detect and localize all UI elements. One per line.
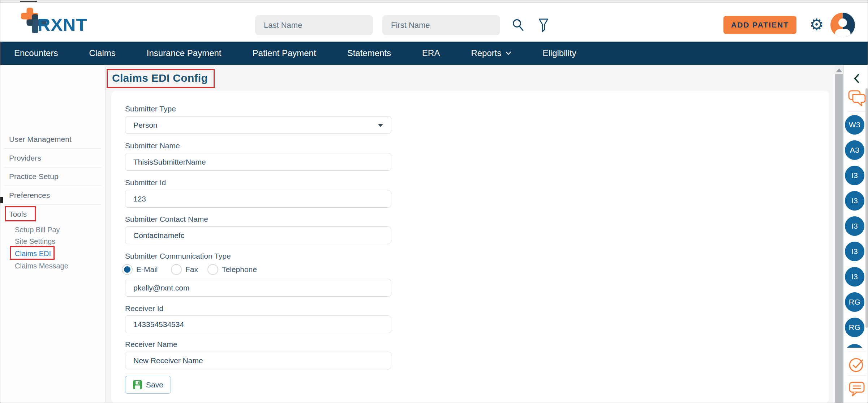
submitter-type-label: Submitter Type — [125, 105, 176, 113]
radio-email[interactable]: E-Mail — [122, 264, 158, 275]
divider — [848, 376, 867, 376]
last-name-search-input[interactable] — [255, 15, 373, 35]
sidebar-item-claims-message[interactable]: Claims Message — [15, 262, 68, 270]
main-nav: Encounters Claims Insurance Payment Pati… — [0, 42, 868, 65]
save-button-label: Save — [146, 381, 163, 389]
chevron-down-icon — [506, 51, 511, 55]
radio-fax[interactable]: Fax — [171, 264, 198, 275]
submitter-name-label: Submitter Name — [125, 141, 180, 150]
radio-fax-circle — [171, 264, 182, 275]
main-scrollbar[interactable] — [835, 65, 843, 403]
rxnt-app-window: RXNT ADD PATIENT ⚙ Encounters Claims Ins… — [0, 0, 868, 403]
scrollbar-up-arrow-icon[interactable] — [836, 68, 842, 72]
nav-insurance-payment[interactable]: Insurance Payment — [147, 48, 222, 58]
rail-badge[interactable]: I3 — [845, 267, 864, 287]
filter-icon[interactable] — [538, 18, 549, 33]
right-icon-rail: W3 A3 I3 I3 I3 I3 I3 RG RG — [843, 65, 868, 403]
rail-badge[interactable]: W3 — [845, 115, 864, 135]
add-patient-button[interactable]: ADD PATIENT — [723, 16, 796, 34]
floppy-disk-icon — [133, 380, 142, 390]
rail-badge[interactable]: I3 — [845, 166, 864, 185]
divider — [4, 186, 102, 186]
rail-badge-partial — [845, 342, 864, 348]
sidebar-item-preferences[interactable]: Preferences — [9, 191, 50, 200]
check-circle-icon[interactable] — [848, 356, 865, 373]
submitter-name-input[interactable] — [125, 153, 391, 171]
receiver-name-label: Receiver Name — [125, 340, 177, 349]
sidebar-item-practice-setup[interactable]: Practice Setup — [9, 172, 59, 181]
rail-badge[interactable]: A3 — [845, 140, 864, 160]
avatar[interactable] — [830, 12, 855, 38]
nav-statements[interactable]: Statements — [347, 48, 391, 58]
sidebar-item-providers[interactable]: Providers — [9, 154, 41, 162]
sidebar-item-site-settings[interactable]: Site Settings — [15, 237, 55, 246]
search-icon[interactable] — [512, 18, 525, 33]
brand-name: RXNT — [38, 14, 87, 35]
rail-scrollbar-thumb[interactable] — [865, 88, 868, 328]
radio-telephone[interactable]: Telephone — [207, 264, 257, 275]
chat-bubbles-icon[interactable] — [848, 90, 866, 107]
rail-badge[interactable]: I3 — [845, 242, 864, 261]
radio-telephone-label: Telephone — [222, 265, 257, 274]
nav-reports[interactable]: Reports — [471, 48, 511, 58]
app-header: RXNT ADD PATIENT ⚙ — [0, 3, 868, 42]
divider — [848, 111, 867, 112]
scrollbar-thumb[interactable] — [835, 74, 843, 403]
receiver-id-label: Receiver Id — [125, 304, 163, 313]
submitter-type-select[interactable]: Person — [125, 116, 391, 134]
submitter-contact-name-input[interactable] — [125, 226, 391, 244]
submitter-id-label: Submitter Id — [125, 178, 166, 187]
rail-badge[interactable]: I3 — [845, 191, 864, 211]
submitter-id-input[interactable] — [125, 190, 391, 208]
nav-era[interactable]: ERA — [422, 48, 440, 58]
radio-email-circle — [122, 264, 133, 275]
window-top-strip — [0, 0, 868, 3]
save-button[interactable]: Save — [125, 376, 171, 394]
divider — [4, 148, 102, 149]
divider — [848, 352, 867, 352]
nav-eligibility[interactable]: Eligibility — [542, 48, 576, 58]
sidebar-item-user-management[interactable]: User Management — [9, 135, 72, 144]
sidebar-item-tools[interactable]: Tools — [9, 210, 27, 219]
divider — [4, 167, 102, 167]
sidebar-item-claims-edi[interactable]: Claims EDI — [15, 250, 51, 258]
receiver-name-input[interactable] — [125, 352, 391, 369]
feedback-message-icon[interactable] — [848, 381, 865, 397]
submitter-type-value: Person — [133, 121, 158, 130]
first-name-search-input[interactable] — [382, 15, 500, 35]
nav-patient-payment[interactable]: Patient Payment — [253, 48, 316, 58]
rail-badge[interactable]: RG — [845, 318, 864, 337]
submitter-contact-name-label: Submitter Contact Name — [125, 215, 208, 224]
nav-reports-label: Reports — [471, 48, 501, 58]
window-top-artifact — [20, 1, 37, 2]
sidebar-item-setup-bill-pay[interactable]: Setup Bill Pay — [15, 226, 60, 234]
settings-sidebar: User Management Providers Practice Setup… — [0, 65, 106, 403]
collapse-chevron-left-icon[interactable] — [854, 74, 860, 83]
divider — [4, 204, 102, 205]
radio-email-label: E-Mail — [136, 265, 158, 274]
radio-fax-label: Fax — [185, 265, 198, 274]
receiver-id-input[interactable] — [125, 315, 391, 333]
nav-encounters[interactable]: Encounters — [14, 48, 58, 58]
submitter-communication-type-label: Submitter Communication Type — [125, 252, 231, 260]
rail-badge[interactable]: RG — [845, 292, 864, 312]
gear-icon[interactable]: ⚙ — [809, 15, 824, 34]
screen-edge-artifact-left — [0, 197, 3, 203]
radio-telephone-circle — [207, 264, 218, 275]
nav-claims[interactable]: Claims — [89, 48, 115, 58]
rail-badge[interactable]: I3 — [845, 216, 864, 236]
select-caret-icon — [378, 124, 383, 127]
communication-value-input[interactable] — [125, 279, 391, 297]
page-title: Claims EDI Config — [107, 69, 215, 88]
